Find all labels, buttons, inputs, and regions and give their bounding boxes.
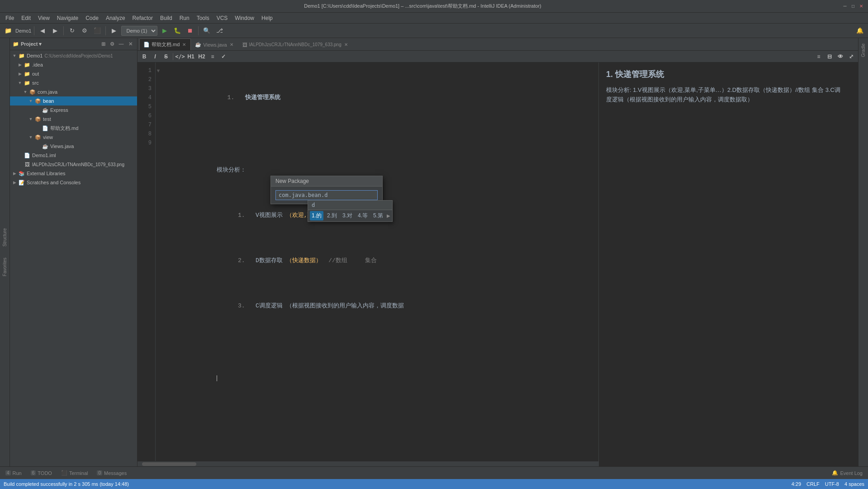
menu-tools[interactable]: Tools [193, 14, 213, 22]
autocomplete-item-4[interactable]: 4.等 [356, 211, 370, 221]
scrollbar-thumb-x[interactable] [142, 462, 196, 466]
md-strike-button[interactable]: S [161, 52, 171, 61]
sidebar-expand-button[interactable]: ⊞ [99, 40, 107, 48]
md-preview-mode-button[interactable]: ≡ [814, 52, 824, 61]
bottom-tab-terminal[interactable]: ⬛ Terminal [57, 468, 92, 479]
menu-vcs[interactable]: VCS [213, 14, 232, 22]
toolbar-forward-button[interactable]: ▶ [50, 25, 61, 36]
tree-arrow-scratches: ▶ [12, 180, 17, 185]
tree-item-express[interactable]: ▶ ☕ Express [10, 105, 137, 115]
code-content[interactable]: 1. 快递管理系统 模块分析： 1. V视图展示 （欢迎,菜单,子菜单...） … [162, 62, 598, 461]
code-line-3: 模块分析： [167, 157, 598, 184]
autocomplete-item-2[interactable]: 2.到 [325, 211, 339, 221]
tab-close-imgfile[interactable]: ✕ [343, 42, 349, 47]
toolbar-notifications-button[interactable]: 🔔 [854, 25, 865, 36]
tree-label-viewsjava: Views.java [50, 144, 74, 149]
left-tab-favorites[interactable]: Favorites [1, 254, 8, 280]
bottom-tab-todo-label: TODO [38, 470, 52, 476]
tab-imgfile[interactable]: 🖼 lALPDhJzsCRJLrTNAnnNBDc_1079_633.png ✕ [238, 38, 353, 50]
tree-item-helpmd[interactable]: ▶ 📄 帮助文档.md [10, 124, 137, 133]
toolbar-sync-button[interactable]: ↻ [66, 25, 77, 36]
md-split-mode-button[interactable]: ⊟ [825, 52, 835, 61]
tree-item-imgfile[interactable]: ▶ 🖼 lALPDhJzsCRJLrTNAnnNBDc_1079_633.png [10, 160, 137, 169]
menu-build[interactable]: Build [157, 14, 176, 22]
right-tab-gradle[interactable]: Gradle [860, 40, 867, 61]
tab-close-viewsjava[interactable]: ✕ [229, 42, 234, 47]
tree-item-src[interactable]: ▼ 📁 src [10, 78, 137, 87]
menu-analyze[interactable]: Analyze [102, 14, 129, 22]
toolbar-settings-button[interactable]: ⚙ [79, 25, 90, 36]
menu-file[interactable]: File [2, 14, 18, 22]
menu-run[interactable]: Run [176, 14, 193, 22]
new-package-input[interactable] [275, 190, 378, 200]
menu-code[interactable]: Code [82, 14, 102, 22]
tree-icon-demo1: 📁 [18, 52, 25, 59]
tree-item-extlibs[interactable]: ▶ 📚 External Libraries [10, 169, 137, 178]
autocomplete-item-1[interactable]: 1.的 [310, 211, 323, 221]
tree-item-viewsjava[interactable]: ▶ ☕ Views.java [10, 142, 137, 151]
md-check-button[interactable]: ✓ [218, 52, 228, 61]
sidebar-settings-button[interactable]: ⚙ [108, 40, 116, 48]
tree-item-scratches[interactable]: ▶ 📝 Scratches and Consoles [10, 178, 137, 187]
md-toolbar: B I S </> H1 H2 ≡ ✓ ≡ ⊟ 👁 ⤢ [138, 51, 858, 62]
tree-item-demo1iml[interactable]: ▶ 📄 Demo1.iml [10, 151, 137, 160]
bottom-tab-messages[interactable]: 0 Messages [93, 468, 130, 479]
menu-navigate[interactable]: Navigate [53, 14, 82, 22]
run-config-select[interactable]: Demo (1) [121, 26, 157, 36]
toolbar-run-button[interactable]: ▶ [159, 25, 170, 36]
encoding[interactable]: UTF-8 [825, 481, 839, 487]
toolbar-debug-button[interactable]: 🐛 [172, 25, 183, 36]
left-tab-structure[interactable]: Structure [1, 225, 8, 250]
menu-edit[interactable]: Edit [18, 14, 34, 22]
md-preview-only-button[interactable]: 👁 [835, 52, 845, 61]
toolbar-search-button[interactable]: 🔍 [201, 25, 212, 36]
autocomplete-item-5[interactable]: 5.第 [371, 211, 385, 221]
fold-marker-3[interactable]: ▼ [156, 66, 161, 75]
toolbar-collapse-button[interactable]: ⬛ [92, 25, 103, 36]
menu-view[interactable]: View [34, 14, 53, 22]
tree-item-comjava[interactable]: ▼ 📦 com.java [10, 87, 137, 96]
sidebar-header: 📁 Project ▾ ⊞ ⚙ — ✕ [10, 38, 137, 50]
minimize-button[interactable]: ─ [842, 3, 848, 10]
indent-setting[interactable]: 4 spaces [844, 481, 864, 487]
md-bold-button[interactable]: B [139, 52, 149, 61]
tree-icon-out: 📁 [24, 70, 31, 77]
tree-icon-demo1iml: 📄 [24, 152, 31, 159]
tree-item-out[interactable]: ▶ 📁 out [10, 69, 137, 78]
tree-item-view[interactable]: ▼ 📦 view [10, 133, 137, 142]
new-package-title: New Package [271, 176, 382, 187]
bottom-tab-todo[interactable]: 6 TODO [27, 468, 56, 479]
bottom-tab-run[interactable]: 4 Run [2, 468, 25, 479]
autocomplete-next-arrow[interactable]: ▶ [387, 213, 390, 218]
md-list-button[interactable]: ≡ [208, 52, 218, 61]
md-italic-button[interactable]: I [150, 52, 160, 61]
menu-window[interactable]: Window [231, 14, 258, 22]
md-h1-button[interactable]: H1 [186, 52, 196, 61]
md-fullscreen-button[interactable]: ⤢ [846, 52, 856, 61]
autocomplete-item-3[interactable]: 3.对 [341, 211, 354, 221]
line-ending[interactable]: CRLF [806, 481, 820, 487]
sidebar-collapse-button[interactable]: — [117, 40, 125, 48]
close-button[interactable]: ✕ [858, 3, 864, 10]
tab-helpmd[interactable]: 📄 帮助文档.md ✕ [139, 38, 191, 50]
line-numbers: 1 2 3 4 5 6 7 8 9 [138, 62, 156, 461]
bottom-tab-eventlog[interactable]: 🔔 Event Log [828, 468, 866, 479]
cursor-position[interactable]: 4:29 [792, 481, 801, 487]
toolbar-project-name[interactable]: Demo1 [15, 28, 31, 34]
md-code-button[interactable]: </> [175, 52, 185, 61]
tree-item-demo1[interactable]: ▼ 📁 Demo1 C:\Users\cdd\IdeaProjects\Demo… [10, 51, 137, 60]
tree-item-test[interactable]: ▼ 📦 test [10, 115, 137, 124]
menu-help[interactable]: Help [258, 14, 276, 22]
toolbar-git-button[interactable]: ⎇ [214, 25, 225, 36]
md-h2-button[interactable]: H2 [197, 52, 207, 61]
maximize-button[interactable]: □ [850, 3, 856, 10]
tree-item-idea[interactable]: ▶ 📁 .idea [10, 60, 137, 69]
toolbar-back-button[interactable]: ◀ [37, 25, 48, 36]
tree-item-bean[interactable]: ▼ 📦 bean [10, 96, 137, 105]
menu-refactor[interactable]: Refactor [129, 14, 157, 22]
sidebar-close-button[interactable]: ✕ [126, 40, 134, 48]
toolbar-stop-button[interactable]: ⏹ [185, 25, 195, 36]
tab-close-helpmd[interactable]: ✕ [181, 42, 187, 47]
tab-viewsjava[interactable]: ☕ Views.java ✕ [191, 38, 238, 50]
horizontal-scrollbar[interactable] [138, 461, 598, 466]
